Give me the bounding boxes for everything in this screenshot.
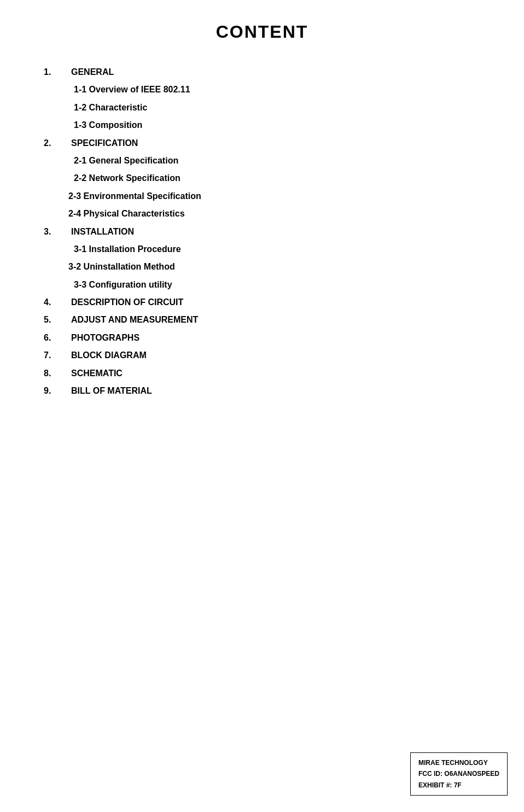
toc-section: 7.BLOCK DIAGRAM <box>44 347 480 364</box>
toc-item-level2: 1-2 Characteristic <box>44 100 480 116</box>
toc-item-level1: 8.SCHEMATIC <box>44 365 480 382</box>
toc-item-level1: 9.BILL OF MATERIAL <box>44 383 480 399</box>
footer-line2: FCC ID: O6ANANOSPEED <box>418 768 499 779</box>
toc-section-num: 3. <box>44 224 71 240</box>
toc-section-num: 4. <box>44 294 71 311</box>
toc-section-num: 7. <box>44 347 71 364</box>
toc-item-level1: 1.GENERAL <box>44 64 480 80</box>
toc-section-num: 1. <box>44 64 71 80</box>
toc-item-level1: 2.SPECIFICATION <box>44 135 480 151</box>
toc-section-label: GENERAL <box>71 64 114 80</box>
toc-item-level1: 4.DESCRIPTION OF CIRCUIT <box>44 294 480 311</box>
toc-item-level2: 1-1 Overview of IEEE 802.11 <box>44 81 480 98</box>
toc-section: 5.ADJUST AND MEASUREMENT <box>44 312 480 328</box>
toc-section-label: INSTALLATION <box>71 224 134 240</box>
toc-section-num: 9. <box>44 383 71 399</box>
toc-item-level1: 7.BLOCK DIAGRAM <box>44 347 480 364</box>
toc-item-level2: 2-3 Environmental Specification <box>44 188 480 205</box>
toc-item-level1: 5.ADJUST AND MEASUREMENT <box>44 312 480 328</box>
toc-section-num: 2. <box>44 135 71 151</box>
toc-section: 1.GENERAL1-1 Overview of IEEE 802.111-2 … <box>44 64 480 134</box>
footer-line1: MIRAE TECHNOLOGY <box>418 757 499 768</box>
toc-section-label: SCHEMATIC <box>71 365 123 382</box>
toc-item-level2: 3-1 Installation Procedure <box>44 241 480 258</box>
toc-item-level2: 1-3 Composition <box>44 117 480 133</box>
toc-section-label: SPECIFICATION <box>71 135 138 151</box>
page-title: CONTENT <box>44 22 480 42</box>
toc-item-level2: 2-4 Physical Characteristics <box>44 206 480 222</box>
toc-section-label: DESCRIPTION OF CIRCUIT <box>71 294 183 311</box>
toc-section-num: 5. <box>44 312 71 328</box>
toc-item-level2: 2-2 Network Specification <box>44 170 480 186</box>
toc-section: 9.BILL OF MATERIAL <box>44 383 480 399</box>
footer-box: MIRAE TECHNOLOGY FCC ID: O6ANANOSPEED EX… <box>410 752 508 796</box>
toc-section: 8.SCHEMATIC <box>44 365 480 382</box>
toc-section: 2.SPECIFICATION2-1 General Specification… <box>44 135 480 223</box>
toc-section: 3.INSTALLATION3-1 Installation Procedure… <box>44 224 480 294</box>
toc-item-level1: 6.PHOTOGRAPHS <box>44 330 480 346</box>
toc-item-level2: 2-1 General Specification <box>44 153 480 169</box>
toc-item-level2: 3-3 Configuration utility <box>44 277 480 293</box>
toc-section: 6.PHOTOGRAPHS <box>44 330 480 346</box>
toc-section-num: 6. <box>44 330 71 346</box>
table-of-contents: 1.GENERAL1-1 Overview of IEEE 802.111-2 … <box>44 64 480 399</box>
toc-section: 4.DESCRIPTION OF CIRCUIT <box>44 294 480 311</box>
toc-section-label: BILL OF MATERIAL <box>71 383 152 399</box>
toc-section-label: ADJUST AND MEASUREMENT <box>71 312 198 328</box>
toc-section-label: BLOCK DIAGRAM <box>71 347 147 364</box>
footer-line3: EXHIBIT #: 7F <box>418 780 499 791</box>
toc-section-num: 8. <box>44 365 71 382</box>
toc-section-label: PHOTOGRAPHS <box>71 330 139 346</box>
toc-item-level2: 3-2 Uninstallation Method <box>44 259 480 275</box>
toc-item-level1: 3.INSTALLATION <box>44 224 480 240</box>
page: CONTENT 1.GENERAL1-1 Overview of IEEE 80… <box>0 0 524 812</box>
